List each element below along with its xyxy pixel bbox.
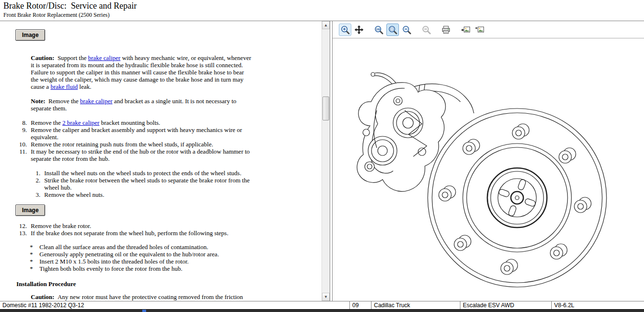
substep-text: Remove the wheel nuts. [44,191,104,198]
status-bar: Domestic #11 1982-2012 Q3-12 09 Cadillac… [0,301,644,310]
step-number: 13. [16,229,27,237]
bullet-text: Insert 2 M10 x 1.5 bolts into the thread… [39,258,189,265]
step-text: Remove the brake rotor. [31,222,91,229]
zoom-in-icon [340,25,350,35]
doc-link[interactable]: brake fluid [50,83,78,90]
step-number: 9. [16,126,27,141]
split-panes: Image Caution: Support the brake caliper… [0,21,644,301]
bullet-marker: * [30,251,36,258]
down-arrow-icon: ▼ [324,295,328,299]
substep-number: 1. [30,169,40,177]
step-number: 11. [16,148,27,162]
text-segment: Any new rotor must have the protective c… [58,293,243,300]
image-button-mid[interactable]: Image [15,204,45,216]
substep-number: 2. [30,177,40,191]
status-make: Cadillac Truck [372,301,460,310]
substeps-list: 1. Install the wheel nuts on the wheel s… [30,169,322,198]
zoom-out-button[interactable] [400,24,413,36]
step-item: 11. It may be necessary to strike the en… [16,148,322,162]
zoom-out-disabled-icon [421,25,431,35]
step-text: Remove the caliper and bracket assembly … [31,126,253,141]
pan-arrows-icon [354,25,364,35]
text-segment: It may be necessary to strike the end of… [31,148,251,162]
step-item: 9. Remove the caliper and bracket assemb… [16,126,322,141]
text-segment: Caution: [31,293,58,300]
text-segment: bracket mounting bolts. [99,119,160,126]
step-text: Remove the rotor retaining push nuts fro… [31,141,213,148]
zoom-out-disabled-button [420,24,433,36]
svg-text:100: 100 [376,27,380,30]
text-segment: Remove the wheel nuts. [44,191,104,198]
text-segment: Note: [31,97,49,105]
zoom-in-button[interactable] [339,24,351,36]
substep-text: Install the wheel nuts on the wheel stud… [44,169,241,177]
text-segment: Strike the brake rotor between the wheel… [44,177,251,191]
step-text: If the brake does not separate from the … [31,229,228,237]
doc-link[interactable]: 2 brake caliper [62,119,99,126]
step-item: 12. Remove the brake rotor. [16,222,322,229]
taskbar-item-fragment [142,310,146,312]
scroll-down-button[interactable]: ▼ [322,293,330,301]
step-text: It may be necessary to strike the end of… [31,148,253,162]
text-segment: Generously apply penetrating oil or the … [39,251,219,258]
scrollbar-thumb[interactable] [322,96,329,120]
document-scrollbar[interactable]: ▲ ▼ [322,21,330,301]
page-header: Brake Rotor/Disc: Service and Repair Fro… [0,0,644,21]
substep-item: 2. Strike the brake rotor between the wh… [30,177,322,191]
doc-link[interactable]: brake caliper [88,54,120,61]
substep-item: 3. Remove the wheel nuts. [30,191,322,198]
step-number: 12. [16,222,27,229]
photo-icon [475,25,484,35]
substep-text: Strike the brake rotor between the wheel… [44,177,251,191]
taskbar-edge [0,309,644,312]
text-segment: Remove the rotor retaining push nuts fro… [31,141,213,148]
photo-arrow-icon [461,25,471,35]
illustration-canvas[interactable] [333,38,644,301]
bullet-marker: * [30,265,36,272]
installation-procedure-heading: Installation Procedure [16,280,322,288]
note-paragraph: Note: Remove the brake caliper and brack… [31,97,252,112]
text-segment: Install the wheel nuts on the wheel stud… [44,169,241,177]
image-tool-b-button[interactable] [473,24,486,36]
bullet-item: * Tighten both bolts evenly to force the… [30,265,322,272]
up-arrow-icon: ▲ [324,23,328,27]
brake-rotor-illustration [333,38,644,301]
step-text: Remove the 2 brake caliper bracket mount… [31,119,160,126]
status-product: Domestic #11 1982-2012 Q3-12 [0,301,350,310]
text-segment: Remove the caliper and bracket assembly … [31,126,244,141]
image-tool-a-button[interactable] [459,24,472,36]
text-segment: Clean all the surface areas and the thre… [39,243,208,251]
status-code: 09 [350,301,372,310]
text-segment: Support the [58,54,88,61]
text-segment: Insert 2 M10 x 1.5 bolts into the thread… [39,258,189,265]
bullet-text: Tighten both bolts evenly to force the r… [39,265,182,272]
image-button-top[interactable]: Image [15,29,45,41]
substep-item: 1. Install the wheel nuts on the wheel s… [30,169,322,177]
pan-button[interactable] [353,24,365,36]
bullet-item: * Generously apply penetrating oil or th… [30,251,322,258]
step-number: 8. [16,119,27,126]
actual-size-button[interactable]: 100 [372,24,385,36]
print-button[interactable] [440,24,452,36]
bullet-text: Clean all the surface areas and the thre… [39,243,208,251]
caution2-paragraph: Caution: Any new rotor must have the pro… [31,293,252,300]
zoom-out-icon [402,25,411,35]
text-segment: leak. [78,83,91,90]
scroll-up-button[interactable]: ▲ [322,21,330,29]
step-item: 13. If the brake does not separate from … [16,229,322,237]
bullet-list: * Clean all the surface areas and the th… [30,243,322,272]
text-segment: Remove the brake rotor. [31,222,91,229]
app-window: Brake Rotor/Disc: Service and Repair Fro… [0,0,644,312]
page-title: Brake Rotor/Disc: Service and Repair [0,0,644,11]
bullet-text: Generously apply penetrating oil or the … [39,251,219,258]
doc-link[interactable]: brake caliper [80,97,112,105]
step-number: 10. [16,141,27,148]
fit-to-window-button[interactable] [386,24,399,36]
bullet-item: * Clean all the surface areas and the th… [30,243,322,251]
viewer-toolbar: 100 [333,21,644,38]
text-segment: Remove the [31,119,62,126]
text-segment: Caution: [31,54,58,61]
image-viewer-pane: 100 [332,21,644,301]
substep-number: 3. [30,191,40,198]
status-model: Escalade ESV AWD [460,301,552,310]
